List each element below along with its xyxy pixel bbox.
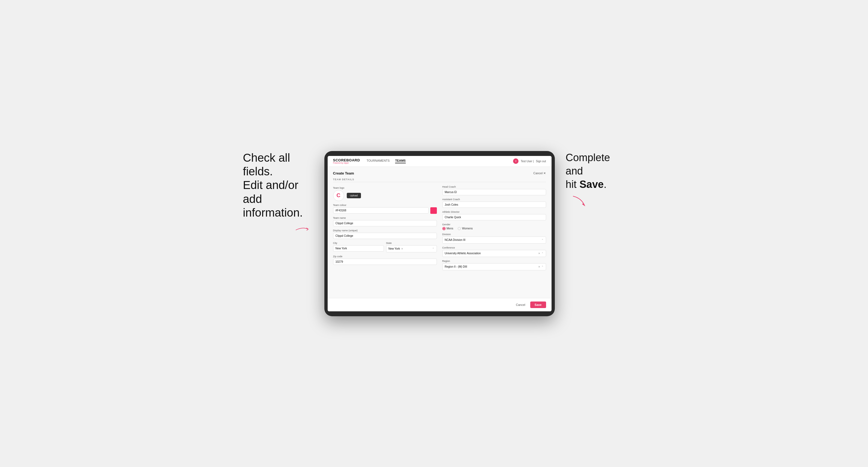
user-label: Test User | (521, 160, 534, 163)
zip-label: Zip code (333, 255, 437, 258)
zip-input[interactable] (333, 259, 437, 265)
gender-mens-radio[interactable]: Mens (442, 227, 453, 230)
gender-womens-label: Womens (462, 227, 473, 230)
division-field: Division NCAA Division III ⌃ (442, 233, 546, 244)
state-select[interactable]: New York ✕ ⌃ (386, 245, 437, 252)
conference-field: Conference University Athletic Associati… (442, 246, 546, 257)
save-button[interactable]: Save (530, 302, 546, 308)
team-logo-circle: C (333, 190, 344, 201)
team-name-input[interactable] (333, 220, 437, 226)
logo-section-label: Team logo (333, 187, 437, 189)
division-select[interactable]: NCAA Division III ⌃ (442, 237, 546, 244)
athletic-director-field: Athletic Director (442, 211, 546, 220)
form-footer: Cancel Save (328, 298, 552, 311)
arrow-right-icon (566, 194, 593, 211)
region-arrow-icon[interactable]: ⌃ (541, 266, 544, 268)
annotation-right-bold: Save (579, 179, 604, 190)
cancel-button[interactable]: Cancel (513, 302, 528, 308)
nav-bar: SCOREBOARD Powered by clippd TOURNAMENTS… (328, 156, 552, 167)
form-header: Create Team Cancel ✕ (333, 171, 546, 175)
head-coach-label: Head Coach (442, 185, 546, 188)
team-colour-field: Team colour (333, 204, 437, 214)
assistant-coach-input[interactable] (442, 201, 546, 208)
region-clear-icon[interactable]: ✕ (538, 266, 540, 268)
logo-letter: C (336, 192, 340, 198)
gender-label: Gender (442, 223, 546, 226)
region-value: Region II - (M) DIII (445, 265, 537, 268)
display-name-label: Display name (unique) (333, 229, 437, 232)
form-title: Create Team (333, 171, 354, 175)
annotation-right-period: . (604, 179, 607, 190)
main-content: Create Team Cancel ✕ TEAM DETAILS Team c… (328, 167, 552, 298)
gender-row: Mens Womens (442, 227, 546, 230)
annotation-right-line1: Complete and (566, 152, 610, 177)
color-field-wrapper (333, 207, 437, 214)
state-arrow-icon[interactable]: ⌃ (432, 247, 434, 250)
zip-field: Zip code (333, 255, 437, 265)
logo-area: C Upload (333, 190, 437, 201)
womens-radio-dot (458, 227, 461, 230)
nav-teams[interactable]: TEAMS (395, 159, 406, 163)
arrow-left-icon (291, 225, 313, 233)
region-select[interactable]: Region II - (M) DIII ✕ ⌃ (442, 263, 546, 270)
conference-select[interactable]: University Athletic Association ✕ ⌃ (442, 250, 546, 257)
gender-mens-label: Mens (447, 227, 453, 230)
conference-label: Conference (442, 246, 546, 249)
section-label: TEAM DETAILS (333, 178, 546, 182)
team-logo-field: Team colour Team logo C Upload (333, 185, 437, 201)
nav-tournaments[interactable]: TOURNAMENTS (366, 159, 390, 163)
team-name-label: Team name (333, 217, 437, 219)
gender-field: Gender Mens Womens (442, 223, 546, 230)
upload-button[interactable]: Upload (347, 193, 361, 198)
athletic-director-input[interactable] (442, 214, 546, 220)
city-label: City (333, 242, 384, 244)
display-name-field: Display name (unique) (333, 229, 437, 239)
nav-links: TOURNAMENTS TEAMS (366, 159, 506, 163)
region-label: Region (442, 260, 546, 262)
brand-title: SCOREBOARD (333, 158, 360, 162)
annotation-left-line2: Edit and/or add (243, 179, 299, 205)
state-clear-icon[interactable]: ✕ (401, 247, 403, 250)
form-left-column: Team colour Team logo C Upload Tea (333, 185, 437, 273)
annotation-right-line2: hit (566, 179, 580, 190)
team-colour-label: Team colour (333, 204, 437, 207)
annotation-left-line3: information. (243, 206, 303, 219)
head-coach-field: Head Coach (442, 185, 546, 195)
state-label: State (386, 242, 437, 244)
conference-value: University Athletic Association (445, 252, 537, 255)
tablet-screen: SCOREBOARD Powered by clippd TOURNAMENTS… (328, 156, 552, 311)
annotation-right: Complete and hit Save. (566, 151, 625, 211)
region-field: Region Region II - (M) DIII ✕ ⌃ (442, 260, 546, 270)
brand-subtitle: Powered by clippd (333, 162, 360, 164)
state-field: State New York ✕ ⌃ (386, 242, 437, 252)
sign-out-button[interactable]: Sign out (536, 160, 546, 163)
assistant-coach-field: Assistant Coach (442, 198, 546, 208)
display-name-input[interactable] (333, 233, 437, 239)
team-colour-input[interactable] (333, 207, 429, 214)
division-arrow-icon[interactable]: ⌃ (541, 239, 544, 242)
athletic-director-label: Athletic Director (442, 211, 546, 213)
city-input[interactable] (333, 245, 384, 251)
user-avatar: T (513, 158, 519, 164)
gender-womens-radio[interactable]: Womens (458, 227, 473, 230)
annotation-left: Check all fields. Edit and/or add inform… (243, 151, 313, 234)
annotation-left-line1: Check all fields. (243, 151, 290, 178)
conference-arrow-icon[interactable]: ⌃ (541, 252, 544, 255)
assistant-coach-label: Assistant Coach (442, 198, 546, 201)
division-value: NCAA Division III (445, 239, 540, 242)
state-value: New York (389, 247, 400, 250)
mens-radio-dot (442, 227, 445, 230)
form-body: Team colour Team logo C Upload Tea (333, 185, 546, 273)
head-coach-input[interactable] (442, 189, 546, 195)
cancel-x-button[interactable]: Cancel ✕ (533, 172, 546, 175)
brand-logo: SCOREBOARD Powered by clippd (333, 158, 360, 164)
team-name-field: Team name (333, 217, 437, 226)
form-right-column: Head Coach Assistant Coach Athletic Dire… (442, 185, 546, 273)
tablet-device: SCOREBOARD Powered by clippd TOURNAMENTS… (324, 151, 555, 316)
city-field: City (333, 242, 384, 252)
division-label: Division (442, 233, 546, 236)
city-state-row: City State New York ✕ ⌃ (333, 242, 437, 255)
nav-user-area: T Test User | Sign out (513, 158, 546, 164)
conference-clear-icon[interactable]: ✕ (538, 252, 540, 255)
color-swatch[interactable] (430, 207, 437, 214)
